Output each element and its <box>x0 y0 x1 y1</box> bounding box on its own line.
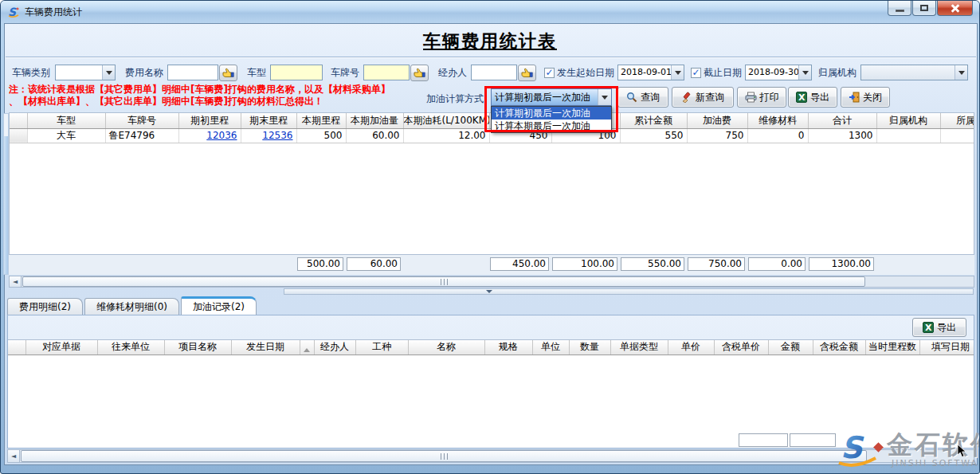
col-fill-date[interactable]: 填写日期 <box>919 340 974 355</box>
vehicle-category-select[interactable] <box>55 65 116 80</box>
agent-input[interactable] <box>471 65 517 80</box>
print-button[interactable]: 打印 <box>737 87 786 108</box>
vendor-logo-icon: S <box>837 429 879 469</box>
col-quantity[interactable]: 数量 <box>569 340 610 355</box>
pointing-hand-icon <box>222 68 234 78</box>
tab-expense-detail[interactable]: 费用明细(2) <box>7 298 83 315</box>
sum-total-amount: 550.00 <box>621 257 684 271</box>
org-select[interactable] <box>860 65 968 80</box>
org-label: 归属机构 <box>818 66 857 80</box>
end-date-checkbox[interactable] <box>691 68 701 78</box>
note-line-2: 、【材料出库单】、【其它出库单】明细中[车辆费]打钩的材料汇总得出！ <box>9 96 390 108</box>
splitter-handle[interactable] <box>284 288 974 295</box>
close-form-button-label: 关闭 <box>863 91 882 104</box>
col-taxed-unit-price[interactable]: 含税单价 <box>714 340 768 355</box>
col-org[interactable]: 归属机构 <box>876 113 940 128</box>
tab-repair-material-detail[interactable]: 维修耗材明细(0) <box>84 298 179 315</box>
detail-grid: 对应单据 往来单位 项目名称 发生日期 经办人 工种 名称 规格 单位 数量 单… <box>8 339 974 448</box>
scroll-left-arrow[interactable]: ◄ <box>8 450 20 462</box>
mouse-cursor <box>957 444 967 458</box>
expense-name-input[interactable] <box>167 65 218 80</box>
col-period-mileage[interactable]: 本期里程 <box>296 113 346 128</box>
close-icon <box>951 3 960 13</box>
col-mileage-at-time[interactable]: 当时里程数 <box>865 340 919 355</box>
close-form-button[interactable]: 关闭 <box>841 87 890 108</box>
start-date-select[interactable]: 2018-09-01 <box>617 65 684 80</box>
col-unit[interactable]: 单位 <box>532 340 569 355</box>
col-fuel-consumption[interactable]: 本期油耗(L/100KM) <box>403 113 489 128</box>
pointing-hand-icon <box>414 68 425 78</box>
svg-text:X: X <box>798 92 806 103</box>
col-job-type[interactable]: 工种 <box>355 340 408 355</box>
query-button[interactable]: 查询 <box>617 87 668 108</box>
col-source-doc[interactable]: 对应单据 <box>25 340 97 355</box>
end-date-select[interactable]: 2018-09-30 <box>745 65 812 80</box>
tab-fuel-records[interactable]: 加油记录(2) <box>181 296 257 315</box>
col-agent[interactable]: 经办人 <box>314 340 355 355</box>
cell-period-mileage: 500 <box>296 128 346 143</box>
end-mileage-link[interactable]: 12536 <box>262 130 292 141</box>
detail-total-box-1 <box>739 433 788 447</box>
svg-text:S: S <box>841 430 864 465</box>
chevron-down-icon[interactable] <box>798 65 811 80</box>
grid-horizontal-scrollbar[interactable]: ◄ <box>9 276 974 288</box>
col-total-amount[interactable]: 累计金额 <box>620 113 687 128</box>
col-plate-no[interactable]: 车牌号 <box>105 113 178 128</box>
close-button[interactable] <box>937 1 973 16</box>
sum-repair-material: 0.00 <box>748 257 806 271</box>
minimize-button[interactable] <box>888 1 911 16</box>
window-title: 车辆费用统计 <box>25 6 82 19</box>
cell-total-amount: 550 <box>620 128 687 143</box>
vehicle-model-input[interactable] <box>270 65 323 80</box>
vehicle-expense-window: S 车辆费用统计 车辆费用统计表 车辆类别 费用名称 车型 车牌号 经办人 <box>0 0 980 474</box>
col-occur-date[interactable]: 发生日期 <box>231 340 300 355</box>
col-repair-material[interactable]: 维修材料 <box>747 113 808 128</box>
scroll-left-arrow[interactable]: ◄ <box>10 276 22 287</box>
plate-no-label: 车牌号 <box>331 66 359 80</box>
sort-indicator[interactable] <box>300 340 314 355</box>
export-button[interactable]: X 导出 <box>788 87 837 108</box>
col-end-mileage[interactable]: 期末里程 <box>241 113 296 128</box>
detail-horizontal-scrollbar[interactable]: ◄ <box>7 449 974 463</box>
col-doc-type[interactable]: 单据类型 <box>610 340 668 355</box>
col-vehicle-model[interactable]: 车型 <box>27 113 105 128</box>
maximize-icon <box>920 5 928 11</box>
chevron-down-icon[interactable] <box>102 65 115 80</box>
start-mileage-link[interactable]: 12036 <box>206 130 237 141</box>
printer-icon <box>745 92 757 103</box>
sum-hidden-a: 450.00 <box>490 257 549 271</box>
detail-tabs: 费用明细(2) 维修耗材明细(0) 加油记录(2) <box>7 296 258 315</box>
new-query-button[interactable]: 新查询 <box>672 87 734 108</box>
chevron-down-icon[interactable] <box>955 65 967 80</box>
grid-vertical-scrollbar[interactable] <box>3 113 9 275</box>
col-taxed-amount[interactable]: 含税金额 <box>813 340 865 355</box>
expense-name-label: 费用名称 <box>125 66 163 80</box>
col-amount[interactable]: 金额 <box>768 340 813 355</box>
scrollbar-thumb[interactable] <box>4 136 8 274</box>
start-date-checkbox[interactable] <box>544 68 555 78</box>
scrollbar-grip-icon <box>441 453 448 460</box>
col-insurance[interactable]: 所属保险公 <box>940 113 974 128</box>
col-spec[interactable]: 规格 <box>484 340 532 355</box>
col-total[interactable]: 合计 <box>808 113 876 128</box>
plate-no-lookup-button[interactable] <box>410 65 429 81</box>
scrollbar-thumb[interactable] <box>21 450 867 462</box>
agent-lookup-button[interactable] <box>518 65 536 81</box>
chevron-down-icon[interactable] <box>671 65 684 80</box>
col-unit-price[interactable]: 单价 <box>668 340 714 355</box>
maximize-button[interactable] <box>912 1 936 16</box>
col-counterparty[interactable]: 往来单位 <box>97 340 164 355</box>
plate-no-input[interactable] <box>363 65 410 80</box>
expense-name-lookup-button[interactable] <box>219 65 237 81</box>
col-fuel-cost[interactable]: 加油费 <box>687 113 747 128</box>
col-name[interactable]: 名称 <box>408 340 484 355</box>
col-period-fuel[interactable]: 本期加油量 <box>346 113 403 128</box>
sum-period-fuel: 60.00 <box>347 257 401 271</box>
col-start-mileage[interactable]: 期初里程 <box>178 113 241 128</box>
agent-label: 经办人 <box>438 66 467 80</box>
cell-org <box>876 128 940 143</box>
scrollbar-thumb[interactable] <box>22 276 865 287</box>
col-project-name[interactable]: 项目名称 <box>164 340 231 355</box>
vehicle-category-label: 车辆类别 <box>12 66 50 80</box>
detail-export-button[interactable]: X 导出 <box>912 318 966 337</box>
